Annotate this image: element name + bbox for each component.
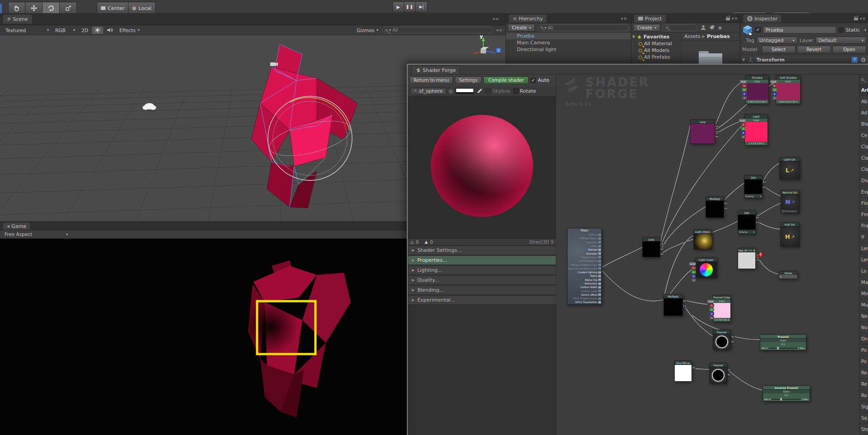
palette-item-27[interactable]: Sig (859, 401, 868, 412)
input-port[interactable] (598, 279, 601, 281)
palette-item-17[interactable]: Min (859, 288, 868, 299)
palette-item-9[interactable]: Flo (859, 198, 868, 209)
input-port-exp[interactable]: Exp (731, 340, 734, 343)
input-port[interactable] (598, 264, 601, 266)
game-viewport[interactable] (0, 239, 407, 435)
input-port-b[interactable]: B (756, 259, 759, 261)
input-port[interactable] (598, 256, 601, 258)
input-port-b[interactable]: B (683, 305, 687, 307)
node-lerp2[interactable]: LerpABT (642, 237, 660, 257)
tag-dropdown[interactable]: Untagged▾ (757, 37, 797, 44)
input-port-a[interactable]: A (756, 216, 759, 219)
effects-dropdown[interactable]: Effects▾ (117, 27, 143, 34)
palette-item-0[interactable]: Ab (859, 96, 868, 107)
model-select-button[interactable]: Select (762, 46, 796, 53)
slider-track[interactable] (769, 348, 797, 349)
slider-knob[interactable] (780, 398, 782, 401)
node-soft-shadow[interactable]: Soft ShadowColor0.62 0.14 0.34 1RGBRGBA (776, 75, 801, 104)
input-port-exp[interactable]: Exp (727, 374, 731, 376)
main-input-normal[interactable]: Normal (568, 248, 601, 251)
output-port-a[interactable]: A (710, 316, 714, 319)
node-fresnel-slider[interactable]: FresnelSlider0.2Min 01 Max (760, 334, 806, 350)
node-dot1[interactable]: DotSclamp▾AB (744, 175, 763, 199)
node-light-color[interactable]: Light ColorRGBRGBA (695, 257, 717, 278)
input-port[interactable] (598, 301, 601, 303)
section-lighting[interactable]: ▶Lighting... (408, 265, 556, 275)
compile-shader-button[interactable]: Compile shader (483, 76, 529, 84)
palette-item-29[interactable]: Ste (859, 424, 868, 435)
main-input-refraction[interactable]: Refraction (568, 282, 601, 285)
output-port-a[interactable]: A (742, 96, 747, 99)
scene-audio-toggle[interactable] (104, 27, 116, 34)
hierarchy-item-directional-light[interactable]: Directional light (506, 46, 631, 53)
value-field[interactable]: 0 (779, 274, 797, 279)
output-port-a[interactable]: A (773, 96, 777, 99)
palette-item-26[interactable]: Ro (859, 390, 868, 401)
node-one-minus[interactable]: One MinusIn (674, 360, 692, 382)
output-port-a[interactable]: A (741, 135, 746, 138)
input-port-a[interactable]: A (660, 243, 664, 246)
hierarchy-item-prueba[interactable]: Prueba (506, 33, 631, 39)
label-filter-icon[interactable] (709, 24, 715, 31)
color-swatch[interactable] (456, 88, 474, 94)
palette-item-10[interactable]: Fm (859, 209, 868, 220)
palette-item-28[interactable]: Sq (859, 412, 868, 424)
project-search-input[interactable] (663, 24, 698, 31)
output-port-g[interactable]: G (741, 127, 746, 130)
scene-search-input[interactable]: ▾ All (382, 27, 493, 33)
palette-item-2[interactable]: Ble (859, 118, 868, 130)
section-properties[interactable]: ▶Properties... (408, 255, 556, 265)
sf-node-canvas[interactable]: SHADER FORGE Beta 0.34 ShadowColor0.36 0… (556, 75, 859, 435)
layer-dropdown[interactable]: Default▾ (816, 37, 866, 44)
project-create-button[interactable]: Create▾ (633, 24, 660, 32)
aspect-dropdown[interactable]: Free Aspect ▾ (5, 232, 68, 237)
target-icon[interactable]: ◎ (449, 88, 453, 94)
palette-item-23[interactable]: Po (859, 356, 868, 367)
pen-icon[interactable] (477, 88, 483, 94)
input-port-a[interactable]: A (763, 181, 766, 184)
tab-hierarchy[interactable]: ≡ Hierarchy (508, 14, 547, 23)
output-port-g[interactable]: G (692, 270, 696, 274)
input-port-a[interactable]: A (715, 125, 719, 128)
node-normal-dir[interactable]: Normal Dir.N↗Perturbed (781, 190, 800, 213)
shading-mode-dropdown[interactable]: Textured▾ (3, 27, 52, 34)
input-port[interactable] (598, 293, 601, 296)
output-port-g[interactable]: G (773, 88, 777, 91)
main-input-vertex-offset[interactable]: Vertex Offset (568, 293, 601, 297)
node-fresnel-color[interactable]: Fresnel ColorColor1 0.79 0.91 1RGBRGBA (713, 295, 731, 322)
gear-icon[interactable] (860, 57, 866, 63)
node-multiply1[interactable]: MultiplyAB (706, 196, 724, 218)
input-port[interactable] (598, 234, 601, 236)
palette-item-19[interactable]: Ne (859, 311, 868, 322)
output-port-g[interactable]: G (710, 308, 714, 311)
model-open-button[interactable]: Open (832, 46, 866, 53)
palette-item-3[interactable]: Ce (859, 130, 868, 141)
main-input-dx11-displacement[interactable]: DX11 Displacement (568, 297, 601, 300)
input-port[interactable] (598, 245, 601, 247)
color-swatch[interactable] (745, 122, 768, 142)
static-dropdown-icon[interactable]: ▾ (864, 28, 866, 32)
project-panel-menu-icon[interactable]: ▾≡ (732, 16, 738, 21)
node-shadow[interactable]: ShadowColor0.36 0.10 0.29 1RGBRGBA (745, 75, 769, 104)
main-input-diffuse-ambient-light[interactable]: Diffuse Ambient Light (568, 263, 601, 266)
main-input-alpha-clip[interactable]: Alpha Clip (568, 278, 601, 282)
transform-header[interactable]: Transform (756, 57, 785, 63)
main-input-outline-color[interactable]: Outline Color (568, 289, 601, 293)
output-port-r[interactable]: R (773, 84, 777, 87)
node-main[interactable]: MainDiffuseDiffuse PowerSpecularGlossNor… (567, 228, 602, 305)
main-input-alpha[interactable]: Alpha (568, 274, 601, 278)
favorite-item-all-prefabs[interactable]: All Prefabs (631, 54, 681, 61)
scene-panel-menu-icon[interactable]: ▾≡ (493, 17, 499, 21)
input-port[interactable] (598, 271, 601, 274)
section-quality[interactable]: ▶Quality... (408, 275, 556, 285)
node-light-atten[interactable]: Light Atten. (693, 229, 712, 250)
lock-icon[interactable] (726, 16, 730, 22)
output-port-g[interactable]: G (742, 88, 747, 91)
node-step[interactable]: Step (A <= B)AB! (738, 248, 756, 269)
model-revert-button[interactable]: Revert (797, 46, 831, 53)
hierarchy-create-button[interactable]: Create▾ (508, 24, 535, 32)
skybox-toggle[interactable]: Skybox (486, 88, 510, 94)
node-inv-fresnel-slider[interactable]: Inverse FresnelSlider0.5Min 01 Max (763, 385, 810, 402)
rotate-tool-button[interactable] (43, 2, 60, 14)
palette-item-8[interactable]: Exp (859, 186, 868, 198)
